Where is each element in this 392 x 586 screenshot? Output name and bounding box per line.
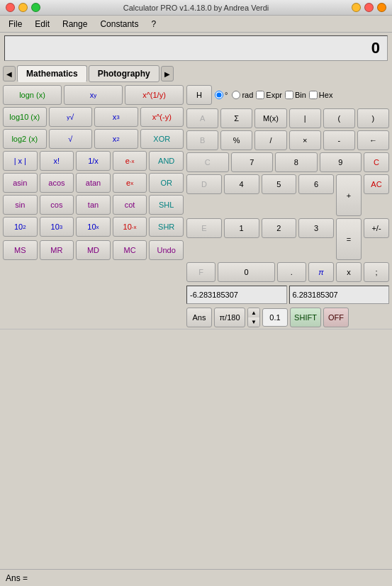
window-controls-left[interactable] <box>6 3 40 12</box>
btn-logn[interactable]: logn (x) <box>3 85 62 105</box>
btn-or[interactable]: OR <box>149 173 184 193</box>
btn-sigma[interactable]: Σ <box>220 108 252 128</box>
btn-6[interactable]: 6 <box>298 174 334 194</box>
check-hex-input[interactable] <box>309 91 318 99</box>
btn-H[interactable]: H <box>186 85 212 105</box>
btn-3[interactable]: 3 <box>298 218 334 238</box>
radio-deg-label[interactable]: ° <box>215 91 228 99</box>
btn-10sq[interactable]: 102 <box>3 217 38 237</box>
btn-1[interactable]: 1 <box>224 218 259 238</box>
tab-mathematics[interactable]: Mathematics <box>17 65 87 82</box>
tab-photography[interactable]: Photography <box>89 65 159 82</box>
btn-ms[interactable]: MS <box>3 240 38 260</box>
btn-x1y[interactable]: x^(1/y) <box>125 85 184 105</box>
tab-left-arrow[interactable]: ◀ <box>3 66 16 81</box>
btn-9[interactable]: 9 <box>320 152 362 172</box>
btn-abs[interactable]: | x | <box>3 151 38 171</box>
btn-undo[interactable]: Undo <box>149 240 184 260</box>
btn-log2[interactable]: log2 (x) <box>3 129 47 149</box>
spinner-group[interactable]: ▲ ▼ <box>247 308 260 327</box>
btn-10nx[interactable]: 10-x <box>113 217 147 237</box>
btn-plusminus[interactable]: +/- <box>364 218 389 238</box>
check-bin-input[interactable] <box>285 91 293 99</box>
btn-log10[interactable]: log10 (x) <box>3 107 47 127</box>
btn-lparen[interactable]: ( <box>323 108 355 128</box>
btn-rparen[interactable]: ) <box>357 108 389 128</box>
btn-yroot[interactable]: y√ <box>49 107 93 127</box>
btn-shl[interactable]: SHL <box>149 195 184 215</box>
btn-dot[interactable]: . <box>277 262 306 282</box>
btn-10cube[interactable]: 103 <box>40 217 74 237</box>
btn-B[interactable]: B <box>186 130 218 150</box>
window-controls-right[interactable] <box>352 3 386 12</box>
btn-8[interactable]: 8 <box>275 152 318 172</box>
btn-A[interactable]: A <box>186 108 218 128</box>
check-expr-label[interactable]: Expr <box>256 91 282 99</box>
extra-button-2[interactable] <box>364 3 374 12</box>
btn-ans[interactable]: Ans <box>186 308 212 327</box>
check-bin-label[interactable]: Bin <box>285 91 306 99</box>
btn-4[interactable]: 4 <box>224 174 259 194</box>
btn-E[interactable]: E <box>186 218 222 238</box>
menu-constants[interactable]: Constants <box>94 18 144 30</box>
btn-recip[interactable]: 1/x <box>76 151 111 171</box>
check-hex-label[interactable]: Hex <box>309 91 333 99</box>
tab-right-arrow[interactable]: ▶ <box>161 66 174 81</box>
btn-plus[interactable]: + <box>336 174 362 216</box>
radio-deg-input[interactable] <box>215 91 223 99</box>
btn-atan[interactable]: atan <box>76 173 111 193</box>
btn-shr[interactable]: SHR <box>149 217 184 237</box>
btn-D[interactable]: D <box>186 174 222 194</box>
btn-2[interactable]: 2 <box>262 218 297 238</box>
extra-button-3[interactable] <box>377 3 386 12</box>
btn-pipe[interactable]: | <box>289 108 321 128</box>
btn-percent[interactable]: % <box>220 130 252 150</box>
btn-divide[interactable]: / <box>254 130 286 150</box>
btn-asin[interactable]: asin <box>3 173 38 193</box>
btn-mr[interactable]: MR <box>40 240 74 260</box>
menu-range[interactable]: Range <box>57 18 93 30</box>
btn-pi[interactable]: π <box>308 262 334 282</box>
btn-C[interactable]: C <box>186 152 229 172</box>
btn-shift[interactable]: SHIFT <box>290 308 321 327</box>
btn-enx[interactable]: e-x <box>113 151 147 171</box>
btn-ac[interactable]: AC <box>364 174 389 194</box>
btn-5[interactable]: 5 <box>262 174 297 194</box>
btn-pi180[interactable]: π/180 <box>214 308 245 327</box>
btn-cos[interactable]: cos <box>40 195 74 215</box>
menu-file[interactable]: File <box>3 18 28 30</box>
btn-mc[interactable]: MC <box>113 240 147 260</box>
btn-cot[interactable]: cot <box>113 195 147 215</box>
btn-tan[interactable]: tan <box>76 195 111 215</box>
extra-button-1[interactable] <box>352 3 361 12</box>
btn-sqrt[interactable]: √ <box>49 129 93 149</box>
radio-rad-input[interactable] <box>232 91 240 99</box>
check-expr-input[interactable] <box>256 91 264 99</box>
btn-7[interactable]: 7 <box>231 152 274 172</box>
radio-rad-label[interactable]: rad <box>232 91 253 99</box>
btn-clear[interactable]: C <box>364 152 389 172</box>
btn-sin[interactable]: sin <box>3 195 38 215</box>
maximize-button[interactable] <box>31 3 40 12</box>
minimize-button[interactable] <box>18 3 28 12</box>
btn-x-var[interactable]: x <box>336 262 362 282</box>
btn-subtract[interactable]: - <box>323 130 355 150</box>
btn-fact[interactable]: x! <box>40 151 74 171</box>
menu-help[interactable]: ? <box>145 18 162 30</box>
btn-xcube[interactable]: x3 <box>94 107 138 127</box>
menu-edit[interactable]: Edit <box>29 18 55 30</box>
btn-mx[interactable]: M(x) <box>254 108 286 128</box>
btn-semicolon[interactable]: ; <box>364 262 389 282</box>
btn-md[interactable]: MD <box>76 240 111 260</box>
btn-10x[interactable]: 10x <box>76 217 111 237</box>
btn-multiply[interactable]: × <box>289 130 321 150</box>
btn-xor[interactable]: XOR <box>140 129 184 149</box>
step-input[interactable] <box>262 308 288 327</box>
btn-backspace[interactable]: ← <box>357 130 389 150</box>
btn-xny[interactable]: x^(-y) <box>140 107 184 127</box>
spinner-up[interactable]: ▲ <box>248 308 259 317</box>
btn-F[interactable]: F <box>186 262 215 282</box>
btn-0[interactable]: 0 <box>218 262 275 282</box>
btn-and[interactable]: AND <box>149 151 184 171</box>
btn-xsq[interactable]: x2 <box>94 129 138 149</box>
